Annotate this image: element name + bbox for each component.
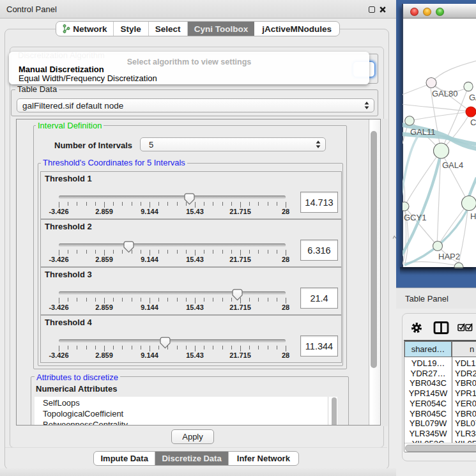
svg-text:GAL4: GAL4 (442, 160, 463, 170)
svg-text:C: C (470, 118, 476, 127)
svg-text:H: H (470, 211, 476, 221)
svg-text:GAL80: GAL80 (432, 89, 457, 98)
svg-text:GAL11: GAL11 (410, 127, 436, 137)
svg-text:GCY1: GCY1 (404, 213, 426, 222)
svg-text:HAP2: HAP2 (438, 252, 460, 261)
svg-text:GA: GA (469, 93, 476, 102)
